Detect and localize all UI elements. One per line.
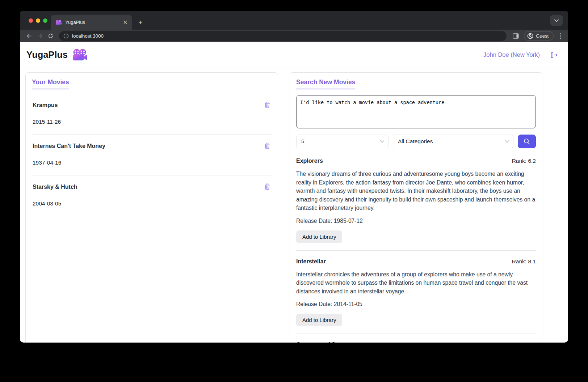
browser-tab[interactable]: YugaPlus ✕ (51, 15, 132, 30)
guest-avatar-icon (527, 33, 533, 39)
movie-query-input[interactable]: I'd like to watch a movie about a space … (296, 95, 536, 128)
back-icon[interactable] (24, 31, 34, 41)
forward-icon[interactable] (35, 31, 45, 41)
list-item: Starsky & Hutch 2004-03-05 (32, 175, 272, 216)
url-text: localhost:3000 (72, 33, 104, 39)
movie-release-date: 1937-04-16 (33, 160, 271, 166)
browser-menu-icon[interactable] (556, 33, 564, 39)
chevron-down-icon (380, 140, 385, 143)
result-rank: Rank: 6.2 (512, 158, 536, 164)
category-select[interactable]: All Categories (393, 135, 513, 148)
side-panel-icon[interactable] (511, 31, 520, 41)
rank-select-value: 5 (301, 138, 376, 145)
user-name: John Doe (New York) (483, 51, 540, 58)
result-title: Interstellar (296, 258, 326, 265)
result-release-date: Release Date: 1985-07-12 (296, 218, 536, 224)
trash-icon (264, 142, 271, 150)
result-description: Interstellar chronicles the adventures o… (296, 270, 536, 296)
add-to-library-button[interactable]: Add to Library (296, 314, 342, 326)
list-item: Krampus 2015-11-26 (32, 94, 272, 135)
address-bar[interactable]: localhost:3000 (59, 31, 507, 41)
site-header: YugaPlus John Doe (New York) (20, 42, 568, 68)
result-rank: Rank: 8.1 (512, 258, 536, 265)
delete-movie-button[interactable] (264, 101, 271, 109)
search-new-movies-panel: Search New Movies I'd like to watch a mo… (290, 72, 542, 343)
window-controls (29, 18, 47, 23)
movie-release-date: 2004-03-05 (33, 200, 271, 207)
search-controls: 5 All Categories (296, 135, 536, 148)
profile-guest-button[interactable]: Guest (524, 31, 554, 41)
reload-icon[interactable] (46, 31, 55, 41)
minimize-window-button[interactable] (36, 18, 40, 23)
movie-title: Starsky & Hutch (33, 184, 77, 190)
app-logo: YugaPlus (26, 49, 88, 61)
app-logo-text: YugaPlus (26, 50, 68, 60)
category-select-value: All Categories (398, 138, 501, 145)
tab-close-icon[interactable]: ✕ (122, 19, 129, 26)
your-movies-title: Your Movies (32, 78, 69, 89)
main-content: Your Movies Krampus 2015-11-26 Internes … (20, 68, 568, 343)
result-item: Conquest of Space Rank: 5 (296, 334, 536, 343)
browser-window: YugaPlus ✕ + localhost:3000 Guest (20, 11, 568, 343)
add-to-library-button[interactable]: Add to Library (296, 230, 342, 243)
movie-release-date: 2015-11-26 (33, 119, 271, 125)
search-icon (523, 138, 530, 145)
tab-strip: YugaPlus ✕ + (20, 11, 568, 30)
result-release-date: Release Date: 2014-11-05 (296, 301, 536, 307)
delete-movie-button[interactable] (264, 183, 271, 191)
result-item: Explorers Rank: 6.2 The visionary dreams… (296, 150, 536, 251)
new-tab-button[interactable]: + (135, 17, 146, 28)
tab-favicon-movie-camera-icon (56, 20, 62, 25)
result-title: Explorers (296, 158, 323, 164)
movie-camera-icon (72, 49, 88, 61)
delete-movie-button[interactable] (264, 142, 271, 150)
movie-title: Internes Can't Take Money (33, 143, 105, 149)
list-item: Internes Can't Take Money 1937-04-16 (32, 135, 272, 175)
result-description: The visionary dreams of three curious an… (296, 170, 536, 212)
your-movies-panel: Your Movies Krampus 2015-11-26 Internes … (25, 72, 278, 343)
tab-search-chevron-icon[interactable] (550, 15, 563, 26)
maximize-window-button[interactable] (43, 18, 47, 23)
movie-list: Krampus 2015-11-26 Internes Can't Take M… (32, 94, 272, 216)
search-results: Explorers Rank: 6.2 The visionary dreams… (296, 150, 536, 343)
site-info-icon[interactable] (63, 33, 69, 39)
tab-title: YugaPlus (65, 20, 119, 25)
result-rank: Rank: 5 (517, 341, 536, 343)
trash-icon (264, 183, 271, 191)
logout-icon[interactable] (550, 51, 558, 59)
trash-icon (264, 101, 271, 109)
guest-label: Guest (536, 33, 549, 39)
chevron-down-icon (505, 140, 509, 143)
search-button[interactable] (518, 135, 536, 148)
result-title: Conquest of Space (296, 341, 349, 343)
close-window-button[interactable] (29, 18, 33, 23)
movie-title: Krampus (33, 102, 58, 109)
result-item: Interstellar Rank: 8.1 Interstellar chro… (296, 251, 536, 334)
rank-select[interactable]: 5 (296, 135, 388, 148)
browser-toolbar: localhost:3000 Guest (20, 30, 568, 42)
search-new-movies-title: Search New Movies (296, 78, 355, 89)
user-area: John Doe (New York) (483, 51, 558, 59)
